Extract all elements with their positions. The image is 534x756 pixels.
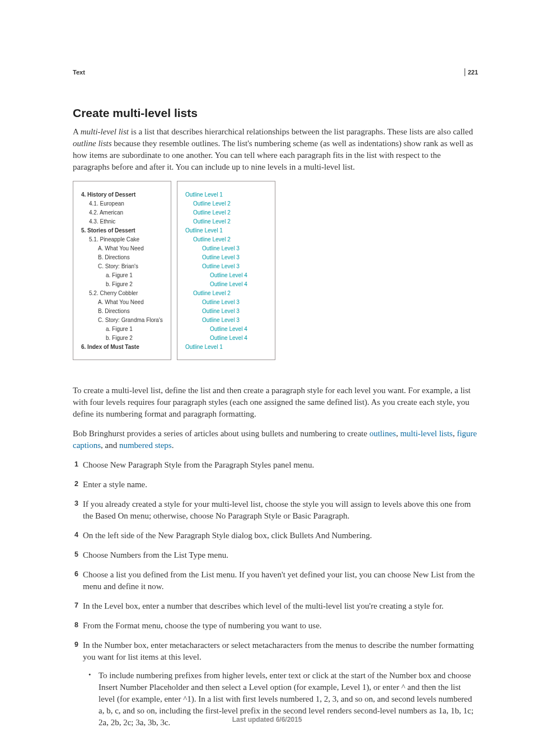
page: 221 Text Create multi-level lists A mult… [0,0,534,756]
footer-last-updated: Last updated 6/6/2015 [0,715,534,725]
figure-left-row: 5.1. Pineapple Cake [81,235,164,244]
figure-left-row: 5.2. Cherry Cobbler [81,289,164,298]
figure-right-row: Outline Level 3 [185,253,268,262]
step-number: 6 [68,570,78,580]
figure-multi-level-list-example: 4. History of Dessert4.1. European4.2. A… [73,181,478,360]
text: A [73,127,81,136]
step-number: 7 [68,601,78,611]
figure-right-row: Outline Level 3 [185,262,268,271]
step-item: 5Choose Numbers from the List Type menu. [73,549,478,561]
text: , [396,429,400,438]
step-text: From the Format menu, choose the type of… [83,621,322,630]
step-text: Enter a style name. [83,480,147,489]
figure-left-row: 4.2. American [81,208,164,217]
text: is a list that describes hierarchical re… [129,127,473,136]
link-multi-level-lists[interactable]: multi-level lists [400,429,453,438]
step-text: Choose New Paragraph Style from the Para… [83,460,314,469]
step-item: 3If you already created a style for your… [73,498,478,522]
link-outlines[interactable]: outlines [369,429,396,438]
term-outline-lists: outline lists [73,139,112,148]
figure-left-row: B. Directions [81,307,164,316]
step-item: 2Enter a style name. [73,479,478,491]
figure-right-row: Outline Level 1 [185,190,268,199]
figure-left-row: a. Figure 1 [81,271,164,280]
step-number: 3 [68,499,78,509]
figure-left-row: 6. Index of Must Taste [81,343,164,352]
figure-right-row: Outline Level 4 [185,271,268,280]
step-number: 8 [68,620,78,631]
figure-right-row: Outline Level 3 [185,316,268,325]
figure-right-row: Outline Level 3 [185,244,268,253]
term-multi-level-list: multi-level list [81,127,129,136]
figure-left-row: 4.3. Ethnic [81,217,164,226]
figure-left-row: 4.1. European [81,199,164,208]
step-number: 1 [68,460,78,470]
figure-left-row: 4. History of Dessert [81,190,164,199]
text: Bob Bringhurst provides a series of arti… [73,429,369,438]
step-number: 5 [68,550,78,560]
figure-left-row: A. What You Need [81,244,164,253]
intro-paragraph: A multi-level list is a list that descri… [73,126,478,173]
figure-right-row: Outline Level 4 [185,325,268,334]
figure-left-row: a. Figure 1 [81,325,164,334]
figure-right-row: Outline Level 2 [185,289,268,298]
section-heading: Create multi-level lists [73,105,478,121]
step-text: In the Number box, enter metacharacters … [83,641,474,661]
figure-right-row: Outline Level 3 [185,298,268,307]
step-text: Choose Numbers from the List Type menu. [83,550,228,559]
figure-right-row: Outline Level 2 [185,199,268,208]
figure-right-row: Outline Level 2 [185,217,268,226]
text: because they resemble outlines. The list… [73,139,473,171]
figure-right-row: Outline Level 4 [185,280,268,289]
figure-left-panel: 4. History of Dessert4.1. European4.2. A… [73,181,171,360]
figure-left-row: A. What You Need [81,298,164,307]
body-paragraph: To create a multi-level list, define the… [73,385,478,420]
step-item: 1Choose New Paragraph Style from the Par… [73,459,478,471]
body-paragraph: Bob Bringhurst provides a series of arti… [73,428,478,451]
figure-left-row: C. Story: Grandma Flora's [81,316,164,325]
figure-right-row: Outline Level 3 [185,307,268,316]
figure-left-row: B. Directions [81,253,164,262]
step-item: 4On the left side of the New Paragraph S… [73,530,478,542]
step-text: Choose a list you defined from the List … [83,570,475,591]
figure-right-row: Outline Level 1 [185,226,268,235]
step-item: 7In the Level box, enter a number that d… [73,600,478,612]
figure-left-row: b. Figure 2 [81,334,164,343]
step-item: 6Choose a list you defined from the List… [73,569,478,592]
step-number: 9 [68,640,78,650]
text: , and [101,441,119,450]
step-text: If you already created a style for your … [83,500,471,520]
figure-right-row: Outline Level 1 [185,343,268,352]
page-number: 221 [465,68,478,76]
figure-left-row: C. Story: Brian's [81,262,164,271]
step-text: On the left side of the New Paragraph St… [83,531,372,540]
step-text: In the Level box, enter a number that de… [83,601,444,610]
link-numbered-steps[interactable]: numbered steps [119,441,172,450]
text: . [172,441,174,450]
steps-list: 1Choose New Paragraph Style from the Par… [73,459,478,729]
step-number: 4 [68,530,78,540]
chapter-label: Text [73,68,478,77]
figure-left-row: 5. Stories of Dessert [81,226,164,235]
figure-right-row: Outline Level 2 [185,235,268,244]
step-item: 8From the Format menu, choose the type o… [73,620,478,632]
step-number: 2 [68,479,78,489]
figure-right-row: Outline Level 2 [185,208,268,217]
figure-right-panel: Outline Level 1Outline Level 2Outline Le… [177,181,275,360]
figure-left-row: b. Figure 2 [81,280,164,289]
figure-right-row: Outline Level 4 [185,334,268,343]
